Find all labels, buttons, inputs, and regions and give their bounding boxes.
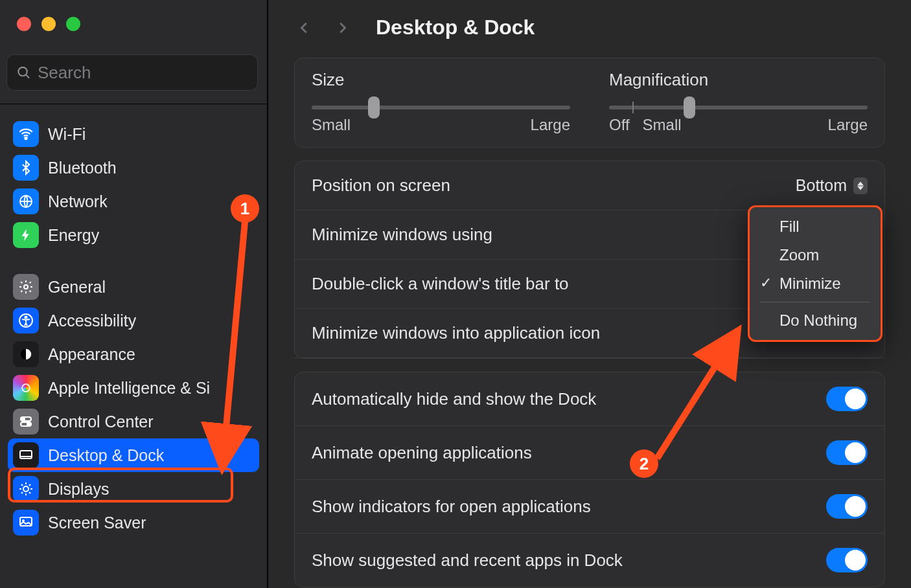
sidebar-item-wifi[interactable]: Wi-Fi: [8, 117, 259, 151]
sidebar-item-bluetooth[interactable]: Bluetooth: [8, 151, 259, 185]
sidebar-item-label: Control Center: [48, 413, 154, 431]
size-slider-thumb[interactable]: [368, 96, 380, 119]
main-pane: Desktop & Dock Size Small Large: [268, 0, 911, 588]
magnification-slider[interactable]: [609, 106, 868, 109]
back-button[interactable]: [294, 17, 315, 38]
svg-point-8: [22, 384, 30, 392]
sidebar-item-label: Network: [48, 192, 108, 211]
sidebar-item-general[interactable]: General: [8, 270, 259, 304]
row-label: Show indicators for open applications: [312, 497, 591, 517]
zoom-window-button[interactable]: [66, 17, 80, 31]
size-slider-min-label: Small: [312, 116, 351, 134]
magnification-slider-block: Magnification Off Small Large: [609, 70, 868, 134]
row-label: Automatically hide and show the Dock: [312, 389, 596, 409]
suggested-toggle[interactable]: [826, 548, 868, 572]
magnification-small-label: Small: [643, 116, 682, 134]
sidebar-item-desktop-dock[interactable]: Desktop & Dock: [8, 438, 259, 472]
search-input-container[interactable]: [6, 54, 258, 91]
row-animate-opening: Animate opening applications: [295, 426, 884, 480]
magnification-slider-thumb[interactable]: [684, 96, 695, 119]
sidebar-item-label: Wi-Fi: [48, 125, 86, 144]
sidebar-item-label: Appearance: [48, 345, 135, 364]
svg-point-12: [27, 423, 30, 425]
sidebar-item-screen-saver[interactable]: Screen Saver: [8, 506, 259, 539]
magnification-slider-title: Magnification: [609, 70, 868, 90]
annotation-marker-2: 2: [630, 449, 658, 478]
sidebar-item-energy[interactable]: Energy: [8, 218, 259, 252]
accessibility-icon: [13, 308, 39, 334]
forward-button[interactable]: [332, 17, 352, 38]
desktop-dock-icon: [13, 442, 39, 468]
double-click-dropdown: Fill Zoom Minimize Do Nothing: [748, 205, 882, 342]
dropdown-option-zoom[interactable]: Zoom: [750, 241, 881, 269]
sidebar-item-label: General: [48, 278, 106, 297]
sidebar-item-label: Desktop & Dock: [48, 446, 164, 465]
apple-intelligence-icon: [13, 375, 39, 401]
svg-rect-13: [20, 451, 32, 458]
dock-toggles-panel: Automatically hide and show the Dock Ani…: [294, 372, 885, 587]
row-label: Minimize windows using: [312, 225, 492, 245]
screen-saver-icon: [13, 510, 39, 536]
magnification-off-label: Off: [609, 116, 630, 134]
sidebar-nav: Wi-Fi Bluetooth Network: [0, 104, 267, 558]
dropdown-separator: [760, 302, 870, 302]
dropdown-option-minimize[interactable]: Minimize: [750, 269, 881, 298]
size-slider[interactable]: [312, 106, 570, 109]
animate-toggle[interactable]: [826, 440, 868, 465]
energy-icon: [13, 222, 39, 248]
network-icon: [13, 188, 39, 214]
row-label: Minimize windows into application icon: [312, 323, 600, 343]
position-select[interactable]: Bottom: [796, 176, 868, 195]
row-label: Animate opening applications: [312, 443, 532, 463]
page-title: Desktop & Dock: [376, 16, 535, 40]
main-header: Desktop & Dock: [268, 0, 911, 49]
sidebar-item-apple-intelligence[interactable]: Apple Intelligence & Si: [8, 371, 259, 405]
row-label: Show suggested and recent apps in Dock: [312, 550, 623, 571]
sidebar-item-network[interactable]: Network: [8, 185, 259, 218]
row-show-suggested: Show suggested and recent apps in Dock: [295, 534, 884, 587]
dropdown-option-do-nothing[interactable]: Do Nothing: [750, 306, 881, 335]
row-label: Double-click a window's title bar to: [312, 274, 569, 294]
sidebar-item-label: Apple Intelligence & Si: [48, 379, 210, 398]
wifi-icon: [13, 121, 39, 147]
sidebar: Wi-Fi Bluetooth Network: [0, 0, 268, 588]
svg-point-11: [22, 418, 25, 420]
close-window-button[interactable]: [17, 17, 31, 31]
position-select-value: Bottom: [796, 176, 847, 195]
dock-behavior-panel: Position on screen Bottom Minimize windo…: [294, 161, 885, 359]
svg-line-1: [26, 75, 29, 78]
traffic-lights: [0, 0, 267, 31]
minimize-window-button[interactable]: [41, 17, 56, 31]
sidebar-item-label: Bluetooth: [48, 159, 117, 177]
sidebar-item-label: Displays: [48, 480, 109, 499]
size-slider-title: Size: [312, 70, 570, 90]
row-show-indicators: Show indicators for open applications: [295, 480, 884, 534]
svg-point-15: [23, 486, 29, 492]
search-icon: [16, 64, 31, 81]
indicators-toggle[interactable]: [826, 494, 868, 519]
annotation-marker-1: 1: [231, 194, 259, 223]
svg-point-4: [24, 285, 28, 289]
search-input[interactable]: [38, 63, 248, 83]
sidebar-item-appearance[interactable]: Appearance: [8, 337, 259, 371]
sidebar-item-displays[interactable]: Displays: [8, 472, 259, 506]
magnification-slider-off-tick: [632, 102, 634, 113]
sidebar-item-label: Energy: [48, 226, 99, 245]
appearance-icon: [13, 341, 39, 367]
dock-size-panel: Size Small Large Magnification: [294, 58, 885, 148]
svg-point-6: [25, 317, 27, 319]
sidebar-item-control-center[interactable]: Control Center: [8, 405, 259, 438]
magnification-large-label: Large: [828, 116, 868, 134]
size-slider-max-label: Large: [531, 116, 570, 134]
displays-icon: [13, 476, 39, 502]
svg-point-2: [25, 137, 27, 139]
bluetooth-icon: [13, 155, 39, 181]
sidebar-item-accessibility[interactable]: Accessibility: [8, 304, 259, 337]
autohide-toggle[interactable]: [826, 387, 868, 411]
row-position-on-screen: Position on screen Bottom: [295, 161, 884, 210]
sidebar-item-label: Screen Saver: [48, 514, 146, 532]
svg-point-17: [23, 520, 24, 521]
row-label: Position on screen: [312, 175, 450, 196]
dropdown-option-fill[interactable]: Fill: [750, 212, 881, 241]
gear-icon: [13, 274, 39, 300]
